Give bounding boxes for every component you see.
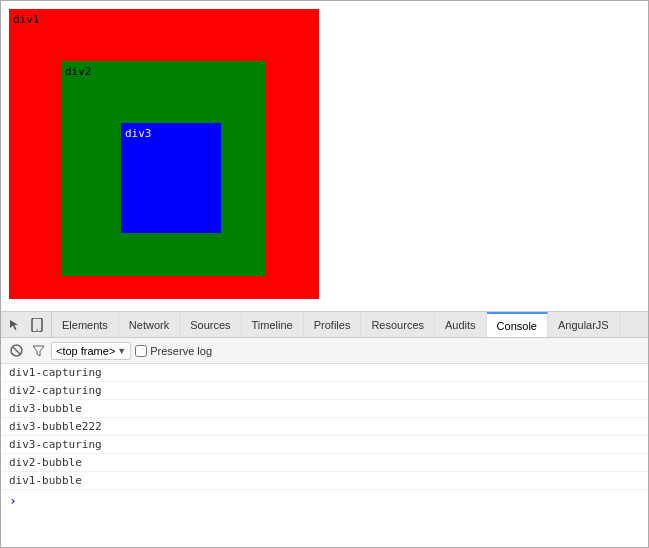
console-line: div1-capturing <box>1 364 648 382</box>
console-prompt[interactable]: › <box>1 490 648 511</box>
tabs-list: Elements Network Sources Timeline Profil… <box>52 312 620 337</box>
preserve-log-checkbox[interactable] <box>135 345 147 357</box>
frame-selector-arrow: ▼ <box>117 346 126 356</box>
tab-console[interactable]: Console <box>487 312 548 337</box>
tab-icon-group <box>1 312 52 337</box>
app-window: div1 div2 div3 <box>0 0 649 548</box>
frame-selector-label: <top frame> <box>56 345 115 357</box>
tab-resources[interactable]: Resources <box>361 312 435 337</box>
tab-audits[interactable]: Audits <box>435 312 487 337</box>
div3[interactable]: div3 <box>121 123 221 233</box>
tab-sources[interactable]: Sources <box>180 312 241 337</box>
console-line: div2-bubble <box>1 454 648 472</box>
tab-elements[interactable]: Elements <box>52 312 119 337</box>
prompt-arrow-icon: › <box>9 493 17 508</box>
preserve-log-label[interactable]: Preserve log <box>135 345 212 357</box>
frame-selector[interactable]: <top frame> ▼ <box>51 342 131 360</box>
tab-angularjs[interactable]: AngularJS <box>548 312 620 337</box>
console-output: div1-capturing div2-capturing div3-bubbl… <box>1 364 648 547</box>
tab-network[interactable]: Network <box>119 312 180 337</box>
tab-profiles[interactable]: Profiles <box>304 312 362 337</box>
console-line: div3-bubble222 <box>1 418 648 436</box>
console-line: div2-capturing <box>1 382 648 400</box>
clear-console-button[interactable] <box>7 342 25 360</box>
svg-marker-4 <box>33 346 44 356</box>
canvas-area: div1 div2 div3 <box>1 1 648 311</box>
div3-label: div3 <box>125 127 152 140</box>
console-toolbar: <top frame> ▼ Preserve log <box>1 338 648 364</box>
console-line: div3-bubble <box>1 400 648 418</box>
div2[interactable]: div2 div3 <box>61 61 266 276</box>
devtools-panel: Elements Network Sources Timeline Profil… <box>1 311 648 547</box>
filter-button[interactable] <box>29 342 47 360</box>
mobile-icon[interactable] <box>29 317 45 333</box>
console-line: div3-capturing <box>1 436 648 454</box>
div1[interactable]: div1 div2 div3 <box>9 9 319 299</box>
tabs-row: Elements Network Sources Timeline Profil… <box>1 312 648 338</box>
div1-label: div1 <box>13 13 40 26</box>
console-line: div1-bubble <box>1 472 648 490</box>
svg-line-3 <box>13 347 20 354</box>
inspect-icon[interactable] <box>7 317 23 333</box>
tab-timeline[interactable]: Timeline <box>242 312 304 337</box>
svg-point-1 <box>36 329 38 331</box>
div2-label: div2 <box>65 65 92 78</box>
